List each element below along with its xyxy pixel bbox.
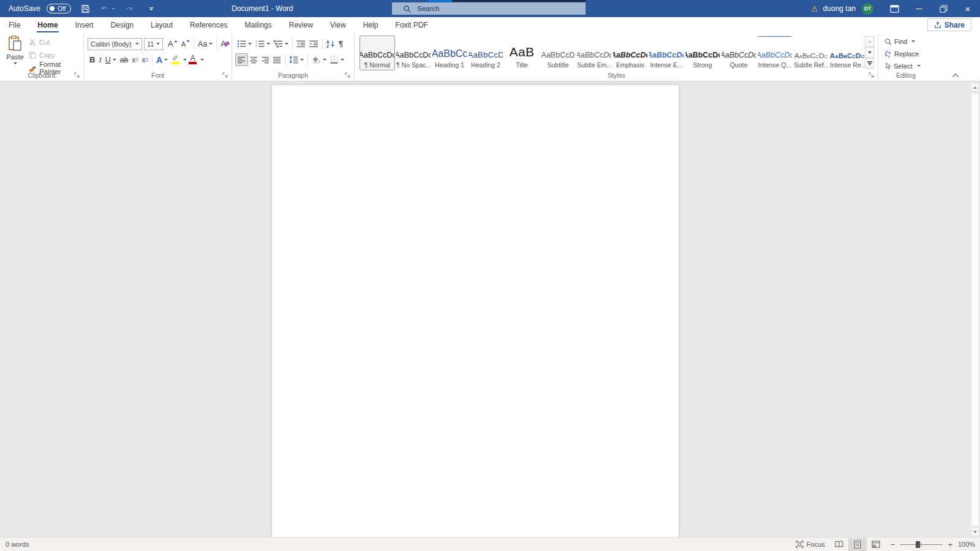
search-bar[interactable] [392, 2, 586, 15]
tab-help[interactable]: Help [355, 17, 387, 33]
zoom-out-button[interactable]: − [891, 540, 895, 549]
style-heading-2[interactable]: AaBbCcD Heading 2 [468, 36, 503, 70]
find-button[interactable]: Find [883, 36, 922, 47]
align-left-button[interactable] [235, 53, 248, 66]
tab-foxit-pdf[interactable]: Foxit PDF [386, 17, 436, 33]
customize-quick-access-toolbar-button[interactable] [143, 2, 159, 15]
borders-button[interactable] [328, 53, 346, 66]
redo-button[interactable] [121, 2, 137, 15]
collapse-ribbon-button[interactable] [952, 72, 959, 79]
web-layout-button[interactable] [867, 538, 885, 551]
font-dialog-launcher[interactable] [222, 72, 229, 79]
zoom-slider[interactable] [900, 544, 943, 545]
text-highlight-button[interactable] [170, 53, 181, 66]
shading-button[interactable] [310, 53, 328, 66]
font-name-select[interactable]: Calibri (Body) [88, 38, 142, 50]
line-spacing-button[interactable] [287, 53, 306, 66]
autosave-toggle[interactable]: Off [47, 4, 71, 13]
increase-font-size-button[interactable]: A [166, 37, 179, 50]
style-subtitle[interactable]: AaBbCcD Subtitle [540, 36, 576, 70]
tab-references[interactable]: References [181, 17, 236, 33]
style-intense-quote[interactable]: AaBbCcDc Intense Q... [757, 36, 793, 70]
multilevel-list-button[interactable] [272, 37, 290, 50]
zoom-in-button[interactable]: + [948, 540, 952, 549]
superscript-button[interactable]: x2 [140, 53, 150, 66]
style-intense-reference[interactable]: AaBbCcDc Intense Re... [829, 36, 865, 70]
font-color-button[interactable]: A [187, 53, 198, 66]
justify-button[interactable] [271, 53, 283, 66]
style-subtle-reference[interactable]: AaBbCcDc Subtle Ref... [793, 36, 829, 70]
increase-indent-button[interactable] [307, 37, 320, 50]
cut-button[interactable]: Cut [27, 36, 83, 48]
tab-home[interactable]: Home [29, 17, 66, 33]
decrease-indent-button[interactable] [295, 37, 307, 50]
style-subtle-emphasis[interactable]: AaBbCcDc Subtle Em... [576, 36, 612, 70]
save-button[interactable] [77, 2, 93, 15]
minimize-button[interactable] [907, 0, 931, 17]
center-button[interactable] [248, 53, 260, 66]
font-size-select[interactable]: 11 [144, 38, 163, 50]
restore-button[interactable] [931, 0, 956, 17]
document-page[interactable] [272, 85, 679, 537]
paste-dropdown-icon[interactable] [13, 62, 17, 64]
replace-button[interactable]: b c Replace [883, 48, 922, 59]
styles-scroll-up-button[interactable] [865, 36, 874, 47]
undo-button[interactable] [99, 2, 115, 15]
underline-button[interactable]: U [104, 53, 118, 66]
styles-scroll-down-button[interactable] [865, 47, 874, 58]
user-name[interactable]: duong tan [823, 4, 856, 13]
focus-mode-button[interactable]: Focus [791, 538, 830, 551]
numbering-button[interactable]: 1 2 3 [254, 37, 272, 50]
style-emphasis[interactable]: AaBbCcDc Emphasis [612, 36, 648, 70]
style-title[interactable]: AaB Title [504, 36, 540, 70]
copy-button[interactable]: Copy [27, 49, 83, 61]
chevron-down-icon[interactable] [200, 59, 204, 61]
tab-layout[interactable]: Layout [142, 17, 181, 33]
text-effects-button[interactable]: A [154, 53, 170, 66]
scroll-up-button[interactable] [971, 83, 979, 92]
scroll-down-button[interactable] [971, 527, 979, 536]
align-right-button[interactable] [260, 53, 271, 66]
bullets-button[interactable] [235, 37, 254, 50]
word-count[interactable]: 0 words [0, 541, 29, 548]
paragraph-dialog-launcher[interactable] [345, 72, 352, 79]
styles-dialog-launcher[interactable] [869, 72, 875, 79]
undo-dropdown[interactable] [111, 8, 115, 10]
scrollbar-thumb[interactable] [971, 93, 979, 526]
print-layout-button[interactable] [848, 538, 867, 551]
zoom-slider-thumb[interactable] [916, 541, 920, 548]
clipboard-dialog-launcher[interactable] [74, 72, 81, 79]
decrease-font-size-button[interactable]: A [179, 37, 192, 50]
style-normal[interactable]: AaBbCcDc ¶ Normal [360, 36, 395, 70]
style-no-spacing[interactable]: AaBbCcDc ¶ No Spac... [396, 36, 431, 70]
tab-mailings[interactable]: Mailings [236, 17, 280, 33]
italic-button[interactable]: I [97, 53, 103, 66]
show-hide-formatting-button[interactable]: ¶ [337, 37, 345, 50]
bold-button[interactable]: B [88, 53, 97, 66]
tab-file[interactable]: File [0, 17, 29, 33]
style-intense-emphasis[interactable]: AaBbCcDc Intense E... [649, 36, 684, 70]
vertical-scrollbar[interactable] [970, 82, 980, 537]
clear-formatting-button[interactable]: A [219, 37, 231, 50]
subscript-button[interactable]: x2 [130, 53, 140, 66]
warning-icon[interactable]: ⚠ [811, 4, 818, 13]
sort-button[interactable]: A Z [325, 37, 337, 50]
tab-insert[interactable]: Insert [67, 17, 102, 33]
styles-gallery-more-button[interactable] [865, 58, 874, 69]
paste-button[interactable]: Paste [5, 36, 25, 76]
strikethrough-button[interactable]: ab [118, 53, 130, 66]
search-input[interactable] [417, 5, 564, 12]
change-case-button[interactable]: Aa [196, 37, 214, 50]
style-quote[interactable]: AaBbCcDc Quote [721, 36, 756, 70]
avatar[interactable]: DT [862, 3, 873, 15]
tab-view[interactable]: View [322, 17, 355, 33]
tab-review[interactable]: Review [280, 17, 321, 33]
close-button[interactable]: × [956, 0, 980, 17]
read-mode-button[interactable] [830, 538, 848, 551]
style-heading-1[interactable]: AaBbCc Heading 1 [432, 36, 467, 70]
tab-design[interactable]: Design [102, 17, 142, 33]
select-button[interactable]: Select [883, 60, 922, 72]
ribbon-display-options-button[interactable] [882, 0, 907, 17]
zoom-level[interactable]: 100% [958, 541, 980, 548]
style-strong[interactable]: AaBbCcDc Strong [685, 36, 720, 70]
